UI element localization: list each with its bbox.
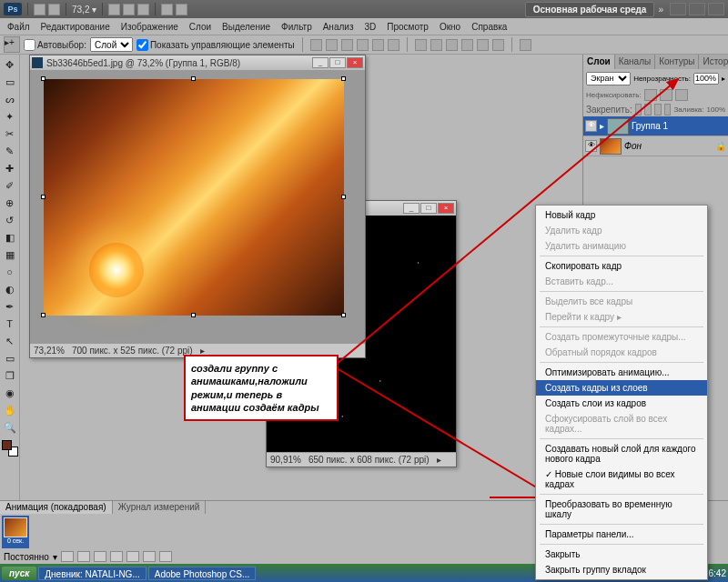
- menu-item[interactable]: Скопировать кадр: [536, 258, 707, 274]
- lock-transparent-icon[interactable]: [635, 104, 642, 115]
- color-swatches[interactable]: [2, 440, 18, 457]
- align-icon[interactable]: [357, 39, 369, 51]
- bridge-icon[interactable]: [34, 4, 46, 15]
- doc1-titlebar[interactable]: Sb33646b5ed1.jpg @ 73,2% (Группа 1, RGB/…: [30, 55, 365, 70]
- fg-color-swatch[interactable]: [2, 440, 12, 450]
- distribute-icon[interactable]: [492, 39, 504, 51]
- loop-dropdown[interactable]: Постоянно: [4, 552, 49, 562]
- doc2-zoom[interactable]: 90,91%: [270, 455, 301, 465]
- menu-view[interactable]: Просмотр: [381, 22, 434, 32]
- maximize-icon[interactable]: □: [329, 57, 346, 68]
- animation-context-menu[interactable]: Новый кадрУдалить кадрУдалить анимациюСк…: [535, 205, 708, 580]
- history-brush-tool[interactable]: ↺: [2, 212, 18, 228]
- menu-item[interactable]: Преобразовать во временную шкалу: [536, 497, 707, 522]
- shape-tool[interactable]: ▭: [2, 350, 18, 366]
- lock-btn[interactable]: [675, 89, 688, 101]
- distribute-icon[interactable]: [461, 39, 473, 51]
- taskbar-item[interactable]: Дневник: NATALI-NG...: [38, 567, 146, 580]
- eyedropper-tool[interactable]: ✎: [2, 143, 18, 159]
- lock-btn[interactable]: [660, 89, 672, 101]
- next-frame-icon[interactable]: [110, 551, 123, 562]
- transform-handle[interactable]: [191, 76, 196, 81]
- wand-tool[interactable]: ✦: [2, 108, 18, 125]
- type-tool[interactable]: T: [2, 316, 18, 332]
- menu-select[interactable]: Выделение: [217, 22, 276, 32]
- menu-item[interactable]: Закрыть группу вкладок: [536, 562, 707, 577]
- prev-frame-icon[interactable]: [77, 551, 90, 562]
- doc1-canvas[interactable]: [30, 70, 365, 343]
- stamp-tool[interactable]: ⊕: [2, 195, 18, 211]
- lock-pixels-icon[interactable]: [644, 104, 652, 115]
- frame-delay[interactable]: 0 сек.: [4, 537, 27, 547]
- blur-tool[interactable]: ○: [2, 264, 18, 280]
- layer-name[interactable]: Фон: [624, 141, 642, 151]
- arrange-icon[interactable]: [161, 4, 173, 15]
- workspace-switcher[interactable]: Основная рабочая среда: [525, 2, 655, 17]
- doc1-zoom[interactable]: 73,21%: [34, 346, 65, 356]
- menu-file[interactable]: Файл: [2, 22, 35, 32]
- move-tool[interactable]: ✥: [2, 56, 18, 73]
- transform-handle[interactable]: [341, 313, 346, 317]
- menu-edit[interactable]: Редактирование: [35, 22, 116, 32]
- path-tool[interactable]: ↖: [2, 333, 18, 349]
- show-controls-checkbox[interactable]: Показать управляющие элементы: [136, 39, 295, 51]
- play-icon[interactable]: [94, 551, 106, 562]
- distribute-icon[interactable]: [430, 39, 442, 51]
- distribute-icon[interactable]: [477, 39, 489, 51]
- frame-1[interactable]: 0 сек.: [2, 516, 29, 548]
- menu-help[interactable]: Справка: [466, 22, 512, 32]
- menu-item[interactable]: Закрыть: [536, 547, 707, 562]
- menu-window[interactable]: Окно: [434, 22, 466, 32]
- minimize-icon[interactable]: [670, 3, 686, 15]
- autoselect-checkbox[interactable]: Автовыбор:: [24, 39, 86, 51]
- 3d-camera-tool[interactable]: ◉: [2, 385, 18, 401]
- visibility-icon[interactable]: 👁: [585, 140, 597, 152]
- align-icon[interactable]: [310, 39, 322, 51]
- close-icon[interactable]: [708, 3, 724, 15]
- tab-animation[interactable]: Анимация (покадровая): [0, 501, 113, 514]
- menu-item[interactable]: Параметры панели...: [536, 527, 707, 542]
- menu-item[interactable]: Оптимизировать анимацию...: [536, 365, 707, 380]
- transform-handle[interactable]: [41, 76, 46, 81]
- lock-position-icon[interactable]: [654, 104, 662, 115]
- menu-item[interactable]: Создать кадры из слоев: [536, 380, 707, 396]
- 3d-tool[interactable]: ❒: [2, 367, 18, 384]
- tab-history[interactable]: История: [699, 55, 728, 69]
- layer-name[interactable]: Группа 1: [632, 121, 668, 131]
- close-icon[interactable]: ×: [438, 203, 454, 214]
- hand-tool[interactable]: ✋: [2, 402, 18, 418]
- rotate-icon[interactable]: [137, 4, 149, 15]
- opacity-input[interactable]: [693, 73, 719, 85]
- autoselect-dropdown[interactable]: Слой: [90, 37, 133, 52]
- first-frame-icon[interactable]: [61, 551, 74, 562]
- lasso-tool[interactable]: ᔕ: [2, 91, 18, 107]
- gradient-tool[interactable]: ▦: [2, 246, 18, 263]
- zoom-value[interactable]: 73,2: [72, 5, 89, 15]
- align-icon[interactable]: [326, 39, 338, 51]
- brush-tool[interactable]: ✐: [2, 177, 18, 194]
- transform-handle[interactable]: [341, 195, 346, 199]
- more-icon[interactable]: [520, 39, 531, 51]
- menu-item[interactable]: Новый кадр: [536, 207, 707, 223]
- document-window-1[interactable]: Sb33646b5ed1.jpg @ 73,2% (Группа 1, RGB/…: [29, 55, 366, 358]
- distribute-icon[interactable]: [446, 39, 458, 51]
- align-icon[interactable]: [372, 39, 384, 51]
- lock-btn[interactable]: [644, 89, 657, 101]
- start-button[interactable]: пуск: [2, 567, 36, 580]
- heal-tool[interactable]: ✚: [2, 160, 18, 176]
- menu-image[interactable]: Изображение: [116, 22, 184, 32]
- transform-handle[interactable]: [341, 76, 346, 81]
- menu-filter[interactable]: Фильтр: [276, 22, 318, 32]
- transform-handle[interactable]: [191, 313, 196, 317]
- menu-item[interactable]: Создать слои из кадров: [536, 396, 707, 411]
- maximize-icon[interactable]: [689, 3, 705, 15]
- pen-tool[interactable]: ✒: [2, 298, 18, 315]
- maximize-icon[interactable]: □: [420, 203, 437, 214]
- zoom-icon[interactable]: [123, 4, 135, 15]
- tab-paths[interactable]: Контуры: [655, 55, 699, 69]
- transform-handle[interactable]: [41, 195, 46, 199]
- eraser-tool[interactable]: ◧: [2, 229, 18, 246]
- menu-item[interactable]: ✓ Новые слои видимы во всех кадрах: [536, 467, 707, 492]
- distribute-icon[interactable]: [415, 39, 427, 51]
- layer-background[interactable]: 👁 Фон 🔒: [583, 136, 728, 156]
